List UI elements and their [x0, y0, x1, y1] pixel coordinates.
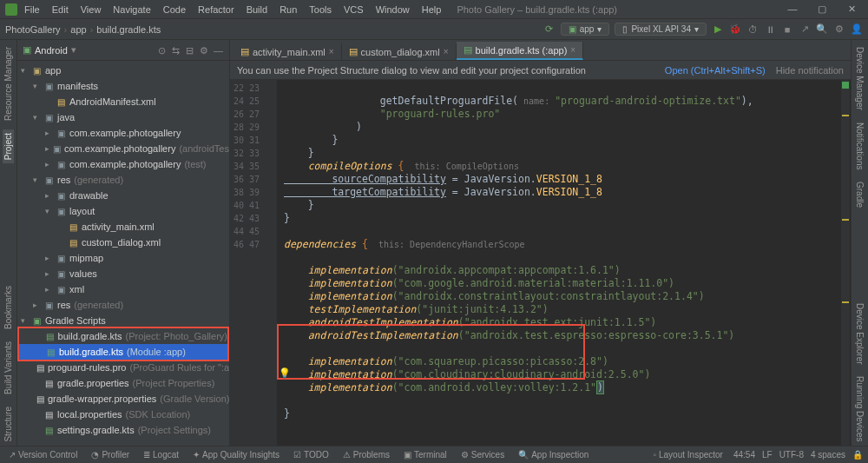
code-editor[interactable]: 22 23 24 25 26 27 28 29 30 31 32 33 34 3… — [230, 80, 851, 446]
tree-pkg2[interactable]: com.example.photogallery — [64, 143, 175, 154]
tree-res-gen[interactable]: res — [57, 300, 70, 310]
tree-settings-gradle[interactable]: settings.gradle.kts — [57, 425, 135, 435]
tree-pkg1[interactable]: com.example.photogallery — [69, 128, 181, 138]
vtab-notifications[interactable]: Notifications — [854, 119, 865, 173]
vtab-device-manager[interactable]: Device Manager — [854, 43, 865, 114]
tree-pkg3[interactable]: com.example.photogallery — [69, 159, 181, 169]
run-icon[interactable]: ▶ — [712, 23, 724, 36]
settings-icon[interactable]: ⚙ — [833, 23, 845, 36]
editor-tab-activity-main[interactable]: ▤activity_main.xml× — [233, 43, 342, 60]
vtab-device-explorer[interactable]: Device Explorer — [854, 300, 865, 368]
bottom-tab-terminal[interactable]: ▣ Terminal — [400, 450, 450, 460]
bottom-tab-quality[interactable]: ✦ App Quality Insights — [189, 450, 283, 460]
crumb-file[interactable]: build.gradle.kts — [96, 24, 161, 35]
lightbulb-icon[interactable]: 💡 — [279, 367, 291, 380]
run-config-app[interactable]: ▣ app ▾ — [561, 23, 610, 36]
banner-hide-link[interactable]: Hide notification — [776, 65, 844, 76]
minimize-button[interactable]: — — [781, 3, 804, 15]
indent-info[interactable]: 4 spaces — [811, 450, 845, 460]
crumb-project[interactable]: PhotoGallery — [5, 24, 61, 35]
bottom-tab-services[interactable]: ⚙ Services — [457, 450, 508, 460]
tree-build-gradle-app[interactable]: build.gradle.kts — [59, 347, 123, 357]
code-body[interactable]: getDefaultProguardFile( name: "proguard-… — [277, 80, 851, 446]
menu-build[interactable]: Build — [241, 3, 273, 17]
tree-mipmap[interactable]: mipmap — [69, 253, 103, 263]
tree-activity-main[interactable]: activity_main.xml — [82, 222, 155, 232]
menu-refactor[interactable]: Refactor — [193, 3, 240, 17]
banner-open-link[interactable]: Open (Ctrl+Alt+Shift+S) — [665, 65, 766, 76]
tree-build-gradle-project[interactable]: build.gradle.kts — [58, 331, 122, 341]
project-tree[interactable]: ▣app ▣manifests ▤AndroidManifest.xml ▣ja… — [17, 61, 229, 446]
stop-icon[interactable]: ■ — [781, 23, 793, 36]
vtab-resource-manager[interactable]: Resource Manager — [3, 43, 14, 124]
vtab-bookmarks[interactable]: Bookmarks — [3, 282, 14, 333]
tree-values[interactable]: values — [69, 268, 97, 279]
bottom-tab-problems[interactable]: ⚠ Problems — [339, 450, 393, 460]
tree-java[interactable]: java — [57, 112, 75, 122]
target-icon[interactable]: ⊙ — [158, 45, 168, 56]
tree-drawable[interactable]: drawable — [69, 190, 108, 201]
tree-app[interactable]: app — [45, 65, 61, 76]
profile-icon[interactable]: ⏱ — [746, 23, 759, 36]
hide-icon[interactable]: — — [214, 45, 224, 56]
menu-run[interactable]: Run — [274, 3, 302, 17]
menu-vcs[interactable]: VCS — [339, 3, 369, 17]
menu-view[interactable]: View — [76, 3, 107, 17]
tree-gradle-properties[interactable]: gradle.properties — [57, 378, 129, 388]
encoding[interactable]: UTF-8 — [779, 450, 804, 460]
menu-navigate[interactable]: Navigate — [108, 3, 155, 17]
tree-xml[interactable]: xml — [69, 284, 84, 294]
tree-manifests[interactable]: manifests — [57, 81, 98, 91]
bottom-tab-profiler[interactable]: ◔ Profiler — [88, 450, 133, 460]
avatar-icon[interactable]: 👤 — [851, 23, 863, 36]
run-config-device[interactable]: ▯ Pixel XL API 34 ▾ — [615, 23, 707, 36]
bottom-tab-logcat[interactable]: ≣ Logcat — [140, 450, 182, 460]
fold-gutter[interactable] — [265, 80, 277, 446]
tree-gradle-wrapper[interactable]: gradle-wrapper.properties — [48, 394, 156, 404]
project-view-header[interactable]: ▣ Android ▾ ⊙ ⇆ ⊟ ⚙ — — [17, 40, 229, 61]
tree-layout[interactable]: layout — [69, 206, 95, 216]
crumb-app[interactable]: app — [70, 24, 86, 35]
vtab-project[interactable]: Project — [3, 129, 14, 163]
close-icon[interactable]: × — [329, 47, 334, 56]
menu-file[interactable]: File — [19, 3, 45, 17]
attach-debugger-icon[interactable]: ⏸ — [764, 23, 776, 36]
close-button[interactable]: ✕ — [840, 3, 863, 15]
error-stripe[interactable] — [841, 80, 850, 446]
bottom-tab-layout-inspector[interactable]: ▫ Layout Inspector — [649, 450, 726, 460]
tree-local-properties[interactable]: local.properties — [57, 409, 122, 420]
bottom-tab-vcs[interactable]: ↗ Version Control — [5, 450, 81, 460]
search-icon[interactable]: 🔍 — [816, 23, 828, 36]
debug-icon[interactable]: 🐞 — [729, 23, 741, 36]
menu-help[interactable]: Help — [417, 3, 447, 17]
tree-custom-dialog[interactable]: custom_dialog.xml — [82, 237, 161, 248]
menu-edit[interactable]: Edit — [47, 3, 74, 17]
vtab-structure[interactable]: Structure — [3, 403, 14, 446]
filter-icon[interactable]: ⇆ — [172, 45, 182, 56]
bottom-tab-todo[interactable]: ☑ TODO — [290, 450, 332, 460]
project-view-mode[interactable]: Android — [35, 45, 68, 56]
maximize-button[interactable]: ▢ — [811, 3, 833, 15]
bottom-tab-inspection[interactable]: 🔍 App Inspection — [515, 450, 592, 460]
menu-window[interactable]: Window — [371, 3, 415, 17]
vtab-gradle[interactable]: Gradle — [854, 178, 865, 211]
close-icon[interactable]: × — [444, 47, 449, 56]
git-icon[interactable]: ↗ — [799, 23, 811, 36]
vtab-running-devices[interactable]: Running Devices — [854, 373, 865, 446]
menu-tools[interactable]: Tools — [304, 3, 337, 17]
close-icon[interactable]: × — [570, 45, 575, 55]
tree-res[interactable]: res — [57, 175, 70, 185]
tree-proguard[interactable]: proguard-rules.pro — [48, 362, 127, 373]
breadcrumb[interactable]: PhotoGallery › app › build.gradle.kts — [5, 24, 161, 35]
gear-icon[interactable]: ⚙ — [200, 45, 210, 56]
sync-gradle-icon[interactable]: ⟳ — [543, 23, 556, 36]
tree-androidmanifest[interactable]: AndroidManifest.xml — [69, 96, 156, 107]
vtab-build-variants[interactable]: Build Variants — [3, 338, 14, 398]
readonly-icon[interactable]: 🔒 — [852, 450, 863, 460]
collapse-icon[interactable]: ⊟ — [186, 45, 196, 56]
editor-tab-build-gradle[interactable]: ▤build.gradle.kts (:app)× — [457, 42, 584, 60]
menu-code[interactable]: Code — [158, 3, 191, 17]
editor-tab-custom-dialog[interactable]: ▤custom_dialog.xml× — [342, 43, 457, 60]
line-endings[interactable]: LF — [762, 450, 773, 460]
tree-gradle-scripts[interactable]: Gradle Scripts — [45, 315, 106, 326]
